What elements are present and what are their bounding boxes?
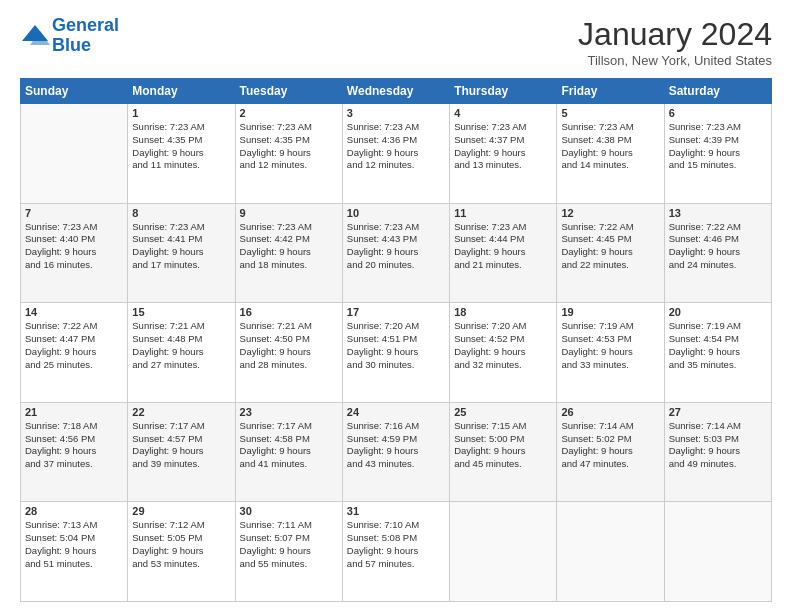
day-number: 13 <box>669 207 767 219</box>
calendar-header-wednesday: Wednesday <box>342 79 449 104</box>
calendar-week-row: 28Sunrise: 7:13 AM Sunset: 5:04 PM Dayli… <box>21 502 772 602</box>
calendar-header-saturday: Saturday <box>664 79 771 104</box>
calendar-cell: 8Sunrise: 7:23 AM Sunset: 4:41 PM Daylig… <box>128 203 235 303</box>
cell-details: Sunrise: 7:23 AM Sunset: 4:35 PM Dayligh… <box>132 121 230 172</box>
calendar-cell: 5Sunrise: 7:23 AM Sunset: 4:38 PM Daylig… <box>557 104 664 204</box>
day-number: 29 <box>132 505 230 517</box>
day-number: 31 <box>347 505 445 517</box>
cell-details: Sunrise: 7:22 AM Sunset: 4:47 PM Dayligh… <box>25 320 123 371</box>
day-number: 24 <box>347 406 445 418</box>
calendar-cell: 31Sunrise: 7:10 AM Sunset: 5:08 PM Dayli… <box>342 502 449 602</box>
day-number: 26 <box>561 406 659 418</box>
cell-details: Sunrise: 7:21 AM Sunset: 4:50 PM Dayligh… <box>240 320 338 371</box>
calendar-cell: 29Sunrise: 7:12 AM Sunset: 5:05 PM Dayli… <box>128 502 235 602</box>
day-number: 19 <box>561 306 659 318</box>
day-number: 1 <box>132 107 230 119</box>
calendar-cell <box>21 104 128 204</box>
calendar-cell: 22Sunrise: 7:17 AM Sunset: 4:57 PM Dayli… <box>128 402 235 502</box>
calendar-cell: 16Sunrise: 7:21 AM Sunset: 4:50 PM Dayli… <box>235 303 342 403</box>
day-number: 8 <box>132 207 230 219</box>
cell-details: Sunrise: 7:23 AM Sunset: 4:39 PM Dayligh… <box>669 121 767 172</box>
day-number: 3 <box>347 107 445 119</box>
day-number: 27 <box>669 406 767 418</box>
cell-details: Sunrise: 7:19 AM Sunset: 4:53 PM Dayligh… <box>561 320 659 371</box>
calendar-header-sunday: Sunday <box>21 79 128 104</box>
calendar-cell: 3Sunrise: 7:23 AM Sunset: 4:36 PM Daylig… <box>342 104 449 204</box>
calendar-cell: 23Sunrise: 7:17 AM Sunset: 4:58 PM Dayli… <box>235 402 342 502</box>
cell-details: Sunrise: 7:23 AM Sunset: 4:38 PM Dayligh… <box>561 121 659 172</box>
calendar-week-row: 21Sunrise: 7:18 AM Sunset: 4:56 PM Dayli… <box>21 402 772 502</box>
day-number: 12 <box>561 207 659 219</box>
day-number: 22 <box>132 406 230 418</box>
day-number: 21 <box>25 406 123 418</box>
calendar-header-friday: Friday <box>557 79 664 104</box>
calendar-cell: 28Sunrise: 7:13 AM Sunset: 5:04 PM Dayli… <box>21 502 128 602</box>
day-number: 2 <box>240 107 338 119</box>
cell-details: Sunrise: 7:22 AM Sunset: 4:46 PM Dayligh… <box>669 221 767 272</box>
cell-details: Sunrise: 7:23 AM Sunset: 4:36 PM Dayligh… <box>347 121 445 172</box>
calendar-cell: 4Sunrise: 7:23 AM Sunset: 4:37 PM Daylig… <box>450 104 557 204</box>
calendar-cell: 20Sunrise: 7:19 AM Sunset: 4:54 PM Dayli… <box>664 303 771 403</box>
calendar-cell: 30Sunrise: 7:11 AM Sunset: 5:07 PM Dayli… <box>235 502 342 602</box>
calendar-cell <box>557 502 664 602</box>
day-number: 17 <box>347 306 445 318</box>
day-number: 20 <box>669 306 767 318</box>
day-number: 5 <box>561 107 659 119</box>
cell-details: Sunrise: 7:10 AM Sunset: 5:08 PM Dayligh… <box>347 519 445 570</box>
cell-details: Sunrise: 7:18 AM Sunset: 4:56 PM Dayligh… <box>25 420 123 471</box>
calendar-cell: 19Sunrise: 7:19 AM Sunset: 4:53 PM Dayli… <box>557 303 664 403</box>
title-block: January 2024 Tillson, New York, United S… <box>578 16 772 68</box>
cell-details: Sunrise: 7:23 AM Sunset: 4:42 PM Dayligh… <box>240 221 338 272</box>
logo-icon <box>20 21 50 51</box>
calendar-header-thursday: Thursday <box>450 79 557 104</box>
day-number: 25 <box>454 406 552 418</box>
calendar-cell: 1Sunrise: 7:23 AM Sunset: 4:35 PM Daylig… <box>128 104 235 204</box>
cell-details: Sunrise: 7:16 AM Sunset: 4:59 PM Dayligh… <box>347 420 445 471</box>
day-number: 9 <box>240 207 338 219</box>
cell-details: Sunrise: 7:19 AM Sunset: 4:54 PM Dayligh… <box>669 320 767 371</box>
header: General Blue January 2024 Tillson, New Y… <box>20 16 772 68</box>
cell-details: Sunrise: 7:23 AM Sunset: 4:37 PM Dayligh… <box>454 121 552 172</box>
calendar-header-monday: Monday <box>128 79 235 104</box>
cell-details: Sunrise: 7:23 AM Sunset: 4:43 PM Dayligh… <box>347 221 445 272</box>
calendar-week-row: 1Sunrise: 7:23 AM Sunset: 4:35 PM Daylig… <box>21 104 772 204</box>
calendar-cell: 6Sunrise: 7:23 AM Sunset: 4:39 PM Daylig… <box>664 104 771 204</box>
calendar-week-row: 14Sunrise: 7:22 AM Sunset: 4:47 PM Dayli… <box>21 303 772 403</box>
calendar-header-row: SundayMondayTuesdayWednesdayThursdayFrid… <box>21 79 772 104</box>
day-number: 4 <box>454 107 552 119</box>
day-number: 28 <box>25 505 123 517</box>
calendar-cell: 24Sunrise: 7:16 AM Sunset: 4:59 PM Dayli… <box>342 402 449 502</box>
calendar-cell: 26Sunrise: 7:14 AM Sunset: 5:02 PM Dayli… <box>557 402 664 502</box>
logo: General Blue <box>20 16 119 56</box>
cell-details: Sunrise: 7:11 AM Sunset: 5:07 PM Dayligh… <box>240 519 338 570</box>
calendar-table: SundayMondayTuesdayWednesdayThursdayFrid… <box>20 78 772 602</box>
cell-details: Sunrise: 7:22 AM Sunset: 4:45 PM Dayligh… <box>561 221 659 272</box>
cell-details: Sunrise: 7:17 AM Sunset: 4:57 PM Dayligh… <box>132 420 230 471</box>
day-number: 11 <box>454 207 552 219</box>
calendar-cell: 18Sunrise: 7:20 AM Sunset: 4:52 PM Dayli… <box>450 303 557 403</box>
calendar-cell: 15Sunrise: 7:21 AM Sunset: 4:48 PM Dayli… <box>128 303 235 403</box>
cell-details: Sunrise: 7:20 AM Sunset: 4:51 PM Dayligh… <box>347 320 445 371</box>
cell-details: Sunrise: 7:23 AM Sunset: 4:35 PM Dayligh… <box>240 121 338 172</box>
month-title: January 2024 <box>578 16 772 53</box>
cell-details: Sunrise: 7:14 AM Sunset: 5:03 PM Dayligh… <box>669 420 767 471</box>
calendar-cell: 27Sunrise: 7:14 AM Sunset: 5:03 PM Dayli… <box>664 402 771 502</box>
calendar-cell: 13Sunrise: 7:22 AM Sunset: 4:46 PM Dayli… <box>664 203 771 303</box>
day-number: 6 <box>669 107 767 119</box>
calendar-cell <box>450 502 557 602</box>
cell-details: Sunrise: 7:23 AM Sunset: 4:40 PM Dayligh… <box>25 221 123 272</box>
cell-details: Sunrise: 7:12 AM Sunset: 5:05 PM Dayligh… <box>132 519 230 570</box>
cell-details: Sunrise: 7:20 AM Sunset: 4:52 PM Dayligh… <box>454 320 552 371</box>
calendar-cell: 7Sunrise: 7:23 AM Sunset: 4:40 PM Daylig… <box>21 203 128 303</box>
calendar-header-tuesday: Tuesday <box>235 79 342 104</box>
logo-text: General Blue <box>52 16 119 56</box>
day-number: 16 <box>240 306 338 318</box>
cell-details: Sunrise: 7:14 AM Sunset: 5:02 PM Dayligh… <box>561 420 659 471</box>
calendar-cell: 10Sunrise: 7:23 AM Sunset: 4:43 PM Dayli… <box>342 203 449 303</box>
day-number: 15 <box>132 306 230 318</box>
day-number: 14 <box>25 306 123 318</box>
cell-details: Sunrise: 7:15 AM Sunset: 5:00 PM Dayligh… <box>454 420 552 471</box>
calendar-cell: 9Sunrise: 7:23 AM Sunset: 4:42 PM Daylig… <box>235 203 342 303</box>
day-number: 30 <box>240 505 338 517</box>
cell-details: Sunrise: 7:23 AM Sunset: 4:44 PM Dayligh… <box>454 221 552 272</box>
